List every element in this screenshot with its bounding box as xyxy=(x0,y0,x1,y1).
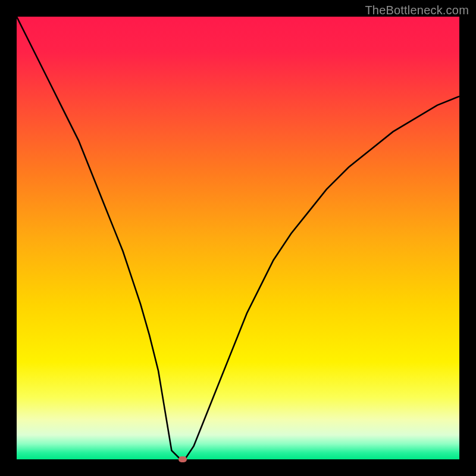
watermark-text: TheBottleneck.com xyxy=(365,4,469,17)
optimum-marker xyxy=(178,456,187,462)
bottleneck-curve xyxy=(17,17,459,459)
chart-frame: TheBottleneck.com xyxy=(0,0,476,476)
plot-area xyxy=(17,17,459,459)
